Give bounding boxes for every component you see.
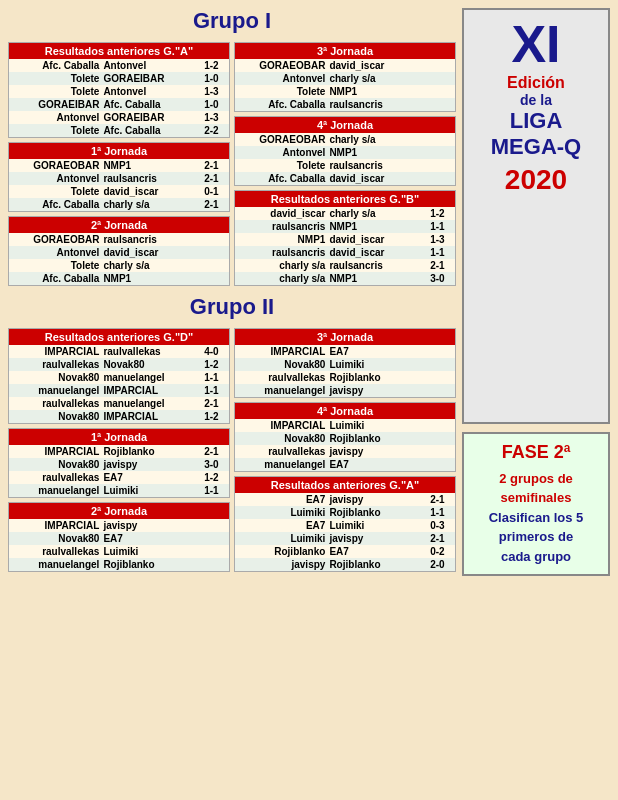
home-team: GORAEOBAR (9, 233, 101, 246)
resultados-b-table: david_iscar charly s/a 1-2 raulsancris N… (235, 207, 455, 285)
away-team: Rojiblanko (327, 506, 419, 519)
table-row: Afc. Caballa Antonvel 1-2 (9, 59, 229, 72)
home-team: Antonvel (9, 172, 101, 185)
score: 2-1 (420, 532, 455, 545)
xi-megaq: MEGA-Q (472, 134, 600, 160)
table-row: Novak80 Luimiki (235, 358, 455, 371)
score: 1-2 (194, 471, 229, 484)
home-team: IMPARCIAL (9, 345, 101, 358)
grupo1-title: Grupo I (8, 8, 456, 34)
score: 1-3 (420, 233, 455, 246)
away-team: javispy (327, 532, 419, 545)
score (420, 159, 455, 172)
away-team: NMP1 (327, 146, 419, 159)
table-row: charly s/a raulsancris 2-1 (235, 259, 455, 272)
resultados-b-wrapper: Resultados anteriores G."B" david_iscar … (234, 190, 456, 286)
score: 2-1 (420, 259, 455, 272)
away-team: EA7 (327, 545, 419, 558)
away-team: Afc. Caballa (101, 124, 193, 137)
score: 3-0 (194, 458, 229, 471)
table-row: raulvallekas EA7 1-2 (9, 471, 229, 484)
xi-dela: de la (472, 92, 600, 108)
g2-j4-wrapper: 4ª Jornada IMPARCIAL Luimiki Novak80 Roj… (234, 402, 456, 472)
away-team: raulvallekas (101, 345, 193, 358)
grupo2-left-col: Resultados anteriores G."D" IMPARCIAL ra… (8, 328, 230, 576)
table-row: raulsancris NMP1 1-1 (235, 220, 455, 233)
xi-number: XI (472, 18, 600, 70)
table-row: Afc. Caballa charly s/a 2-1 (9, 198, 229, 211)
xi-liga: LIGA (472, 108, 600, 134)
score (420, 445, 455, 458)
score (194, 558, 229, 571)
away-team: javispy (327, 493, 419, 506)
table-row: Tolete charly s/a (9, 259, 229, 272)
resultados-a-header: Resultados anteriores G."A" (9, 43, 229, 59)
away-team: charly s/a (327, 133, 419, 146)
home-team: javispy (235, 558, 327, 571)
home-team: david_iscar (235, 207, 327, 220)
table-row: Afc. Caballa david_iscar (235, 172, 455, 185)
g1-j4-header: 4ª Jornada (235, 117, 455, 133)
grupo2-top: Resultados anteriores G."D" IMPARCIAL ra… (8, 328, 456, 576)
away-team: NMP1 (327, 85, 419, 98)
g2-j3-wrapper: 3ª Jornada IMPARCIAL EA7 Novak80 Luimiki… (234, 328, 456, 398)
main-container: Grupo I Resultados anteriores G."A" Afc.… (0, 0, 618, 584)
away-team: david_iscar (101, 246, 193, 259)
away-team: charly s/a (327, 207, 419, 220)
away-team: EA7 (101, 532, 193, 545)
table-row: manuelangel javispy (235, 384, 455, 397)
home-team: Tolete (9, 72, 101, 85)
table-row: Afc. Caballa raulsancris (235, 98, 455, 111)
score (420, 432, 455, 445)
fase-box: FASE 2ª 2 grupos de semifinales Clasific… (462, 432, 610, 577)
score (194, 545, 229, 558)
home-team: raulvallekas (235, 445, 327, 458)
away-team: david_iscar (327, 59, 419, 72)
table-row: Luimiki Rojiblanko 1-1 (235, 506, 455, 519)
score (420, 146, 455, 159)
g2-j3-table: IMPARCIAL EA7 Novak80 Luimiki raulvallek… (235, 345, 455, 397)
resultados-d-table: IMPARCIAL raulvallekas 4-0 raulvallekas … (9, 345, 229, 423)
home-team: Tolete (9, 259, 101, 272)
away-team: javispy (101, 458, 193, 471)
home-team: raulvallekas (235, 371, 327, 384)
score: 1-2 (194, 410, 229, 423)
grupo1-left-col: Resultados anteriores G."A" Afc. Caballa… (8, 42, 230, 290)
score (420, 172, 455, 185)
score (420, 358, 455, 371)
table-row: raulvallekas manuelangel 2-1 (9, 397, 229, 410)
away-team: Rojiblanko (101, 445, 193, 458)
resultados-d-header: Resultados anteriores G."D" (9, 329, 229, 345)
resultados-a-wrapper: Resultados anteriores G."A" Afc. Caballa… (8, 42, 230, 138)
home-team: Novak80 (9, 532, 101, 545)
table-row: Afc. Caballa NMP1 (9, 272, 229, 285)
away-team: Rojiblanko (327, 371, 419, 384)
score (194, 532, 229, 545)
home-team: charly s/a (235, 259, 327, 272)
home-team: Afc. Caballa (235, 172, 327, 185)
away-team: IMPARCIAL (101, 410, 193, 423)
home-team: Novak80 (9, 410, 101, 423)
table-row: Novak80 javispy 3-0 (9, 458, 229, 471)
score: 1-1 (194, 484, 229, 497)
g1-j2-table: GORAEOBAR raulsancris Antonvel david_isc… (9, 233, 229, 285)
home-team: raulsancris (235, 246, 327, 259)
score: 0-3 (420, 519, 455, 532)
xi-edicion: Edición (472, 74, 600, 92)
score: 2-1 (194, 397, 229, 410)
home-team: raulvallekas (9, 358, 101, 371)
score (420, 371, 455, 384)
table-row: GORAEOBAR raulsancris (9, 233, 229, 246)
home-team: manuelangel (9, 558, 101, 571)
grupo1-right-col: 3ª Jornada GORAEOBAR david_iscar Antonve… (234, 42, 456, 290)
score: 4-0 (194, 345, 229, 358)
score: 1-3 (194, 111, 229, 124)
table-row: IMPARCIAL Luimiki (235, 419, 455, 432)
away-team: charly s/a (101, 198, 193, 211)
score: 1-1 (420, 246, 455, 259)
score (420, 458, 455, 471)
home-team: IMPARCIAL (235, 419, 327, 432)
resultados-a2-header: Resultados anteriores G."A" (235, 477, 455, 493)
home-team: Tolete (235, 159, 327, 172)
table-row: NMP1 david_iscar 1-3 (235, 233, 455, 246)
